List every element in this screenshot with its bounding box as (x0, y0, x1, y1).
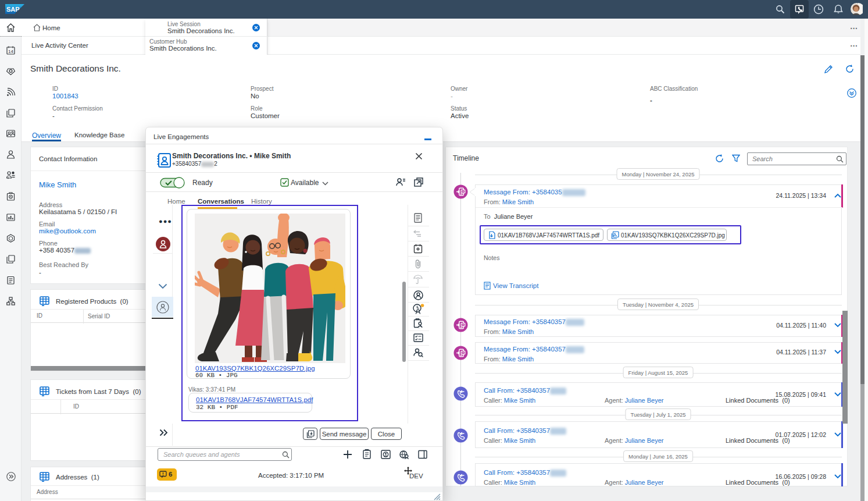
svg-text:SAP: SAP (6, 6, 20, 13)
svg-text:14: 14 (8, 49, 13, 54)
